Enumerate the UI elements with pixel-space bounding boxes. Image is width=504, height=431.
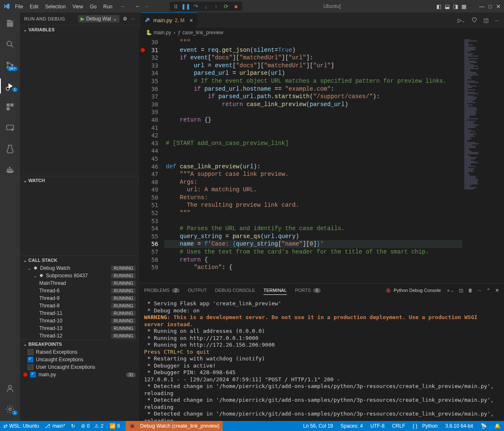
terminal-more-icon[interactable]: ··· bbox=[478, 288, 481, 293]
activity-debug-icon[interactable]: 1 bbox=[0, 79, 20, 94]
panel-tab-terminal[interactable]: TERMINAL bbox=[263, 286, 287, 295]
code-editor[interactable]: 3031323334353637383940414243444546474849… bbox=[139, 38, 504, 283]
panel-maximize-icon[interactable]: ⌃ bbox=[486, 288, 490, 293]
callstack-row[interactable]: ⌄✸Debug WatchRUNNING bbox=[20, 264, 139, 272]
callstack-row[interactable]: MainThreadRUNNING bbox=[20, 279, 139, 287]
terminal-profile[interactable]: 🐞Python Debug Console bbox=[385, 288, 441, 293]
tab-main-py[interactable]: main.py 2, M × bbox=[141, 13, 197, 28]
panel-tab-ports[interactable]: PORTS6 bbox=[295, 286, 321, 294]
callstack-row[interactable]: Thread-13RUNNING bbox=[20, 325, 139, 332]
bp-label: Raised Exceptions bbox=[36, 349, 77, 355]
window-close-icon[interactable]: ✕ bbox=[496, 3, 501, 10]
status-interpreter[interactable]: 3.8.10 64-bit bbox=[445, 423, 473, 429]
debug-step-over-icon[interactable]: ↷ bbox=[192, 3, 200, 10]
editor-more-icon[interactable]: ··· bbox=[494, 17, 499, 23]
activity-extensions-icon[interactable] bbox=[0, 99, 20, 114]
status-bell-icon[interactable]: 🔔 bbox=[494, 423, 501, 429]
checkbox-icon[interactable] bbox=[28, 364, 33, 370]
panel-tab-output[interactable]: OUTPUT bbox=[188, 286, 207, 294]
menu-view[interactable]: View bbox=[69, 2, 86, 11]
split-editor-icon[interactable]: ◫ bbox=[484, 17, 489, 23]
bp-raised[interactable]: Raised Exceptions bbox=[20, 348, 139, 356]
menu-selection[interactable]: Selection bbox=[42, 2, 69, 11]
status-ports[interactable]: 📶6 bbox=[109, 423, 120, 429]
callstack-label: Thread-11 bbox=[39, 310, 62, 316]
status-radio-icon[interactable]: 📡 bbox=[481, 423, 487, 429]
callstack-row[interactable]: Thread-9RUNNING bbox=[20, 294, 139, 302]
status-branch[interactable]: ⎇main* bbox=[45, 423, 65, 429]
menu-file[interactable]: File bbox=[12, 2, 26, 11]
status-encoding[interactable]: UTF-8 bbox=[370, 423, 385, 429]
debug-step-out-icon[interactable]: ↑ bbox=[212, 3, 220, 10]
activity-explorer-icon[interactable] bbox=[0, 16, 20, 31]
layout-left-icon[interactable]: ◧ bbox=[436, 3, 441, 10]
terminal-trash-icon[interactable]: 🗑 bbox=[468, 288, 473, 293]
status-cursor[interactable]: Ln 56, Col 19 bbox=[303, 423, 333, 429]
panel-close-icon[interactable]: ✕ bbox=[495, 288, 499, 293]
breakpoints-section-header[interactable]: ⌄BREAKPOINTS bbox=[20, 340, 139, 348]
status-debug-state[interactable]: 🐞 Debug Watch (create_link_preview) bbox=[126, 421, 223, 431]
debug-more-icon[interactable]: ··· bbox=[131, 16, 135, 22]
checkbox-icon[interactable] bbox=[28, 349, 33, 355]
terminal-new-icon[interactable]: ＋⌄ bbox=[446, 287, 454, 294]
activity-search-icon[interactable] bbox=[0, 37, 20, 52]
checkbox-icon[interactable] bbox=[30, 372, 36, 378]
callstack-row[interactable]: ⌄✸Subprocess 80437RUNNING bbox=[20, 272, 139, 279]
minimap[interactable]: ██████████ ██████████████████████ ██████… bbox=[462, 38, 504, 283]
activity-docker-icon[interactable] bbox=[0, 162, 20, 177]
debug-alt-icon[interactable] bbox=[471, 17, 478, 23]
debug-stop-icon[interactable]: ■ bbox=[232, 3, 240, 10]
menu-run[interactable]: Run bbox=[100, 2, 116, 11]
watch-section-header[interactable]: ⌄WATCH bbox=[20, 176, 139, 185]
activity-scm-icon[interactable]: 1K+ bbox=[0, 58, 20, 73]
nav-forward-icon[interactable]: → bbox=[143, 3, 149, 10]
callstack-row[interactable]: Thread-8RUNNING bbox=[20, 302, 139, 309]
panel-tab-problems[interactable]: PROBLEMS2 bbox=[144, 286, 180, 294]
close-icon[interactable]: × bbox=[190, 17, 193, 24]
nav-back-icon[interactable]: ← bbox=[135, 3, 141, 10]
checkbox-icon[interactable] bbox=[28, 357, 33, 363]
breadcrumbs[interactable]: 🐍main.py › ƒcase_link_preview bbox=[139, 28, 504, 38]
debug-restart-icon[interactable]: ⟳ bbox=[222, 3, 230, 10]
status-remote[interactable]: ⇄WSL: Ubuntu bbox=[3, 423, 39, 429]
callstack-row[interactable]: Thread-12RUNNING bbox=[20, 332, 139, 340]
debug-step-into-icon[interactable]: ↓ bbox=[202, 3, 210, 10]
status-lang[interactable]: { } Python bbox=[413, 423, 438, 429]
crumb-symbol: case_link_preview bbox=[182, 30, 223, 35]
activity-remote-icon[interactable] bbox=[0, 120, 20, 135]
run-play-icon[interactable]: ▷⌄ bbox=[458, 17, 465, 23]
callstack-row[interactable]: Thread-6RUNNING bbox=[20, 287, 139, 294]
callstack-row[interactable]: Thread-11RUNNING bbox=[20, 309, 139, 317]
terminal[interactable]: * Serving Flask app 'create_link_preview… bbox=[139, 297, 504, 421]
window-minimize-icon[interactable]: ― bbox=[479, 3, 484, 10]
activity-settings-icon[interactable]: 1 bbox=[0, 402, 20, 417]
layout-bottom-icon[interactable]: ⬓ bbox=[445, 3, 450, 10]
layout-right-icon[interactable]: ◨ bbox=[453, 3, 458, 10]
status-spaces[interactable]: Spaces: 4 bbox=[341, 423, 363, 429]
callstack-row[interactable]: Thread-10RUNNING bbox=[20, 317, 139, 325]
bp-user-uncaught[interactable]: User Uncaught Exceptions bbox=[20, 363, 139, 371]
variables-section-header[interactable]: ⌄VARIABLES bbox=[20, 25, 139, 34]
panel-tab-debug-console[interactable]: DEBUG CONSOLE bbox=[215, 286, 255, 294]
activity-accounts-icon[interactable] bbox=[0, 381, 20, 396]
menu-edit[interactable]: Edit bbox=[26, 2, 42, 11]
debug-config-selector[interactable]: ▶ Debug Wat ⌄ bbox=[78, 15, 119, 23]
callstack-section-header[interactable]: ⌄CALL STACK bbox=[20, 256, 139, 264]
menu-more[interactable]: ··· bbox=[117, 2, 128, 11]
status-sync[interactable]: ↻ bbox=[71, 423, 75, 429]
bp-uncaught[interactable]: Uncaught Exceptions bbox=[20, 356, 139, 363]
window-maximize-icon[interactable]: □ bbox=[489, 3, 492, 10]
python-file-icon: 🐍 bbox=[146, 30, 152, 35]
terminal-split-icon[interactable]: ◫ bbox=[459, 288, 463, 293]
debug-drag-icon[interactable]: ⁞⁞ bbox=[172, 3, 180, 10]
menu-go[interactable]: Go bbox=[86, 2, 100, 11]
status-eol[interactable]: CRLF bbox=[392, 423, 405, 429]
layout-grid-icon[interactable]: ▦ bbox=[461, 3, 466, 10]
debug-pause-icon[interactable]: ❚❚ bbox=[182, 3, 190, 10]
activity-testing-icon[interactable] bbox=[0, 141, 20, 156]
debug-settings-icon[interactable]: ⚙ bbox=[123, 16, 127, 22]
status-problems[interactable]: ⊘0 ⚠2 bbox=[81, 423, 104, 429]
debug-terminal-icon: 🐞 bbox=[385, 288, 391, 293]
debug-icon: 🐞 bbox=[129, 423, 135, 429]
bp-file[interactable]: main.py31 bbox=[20, 371, 139, 378]
